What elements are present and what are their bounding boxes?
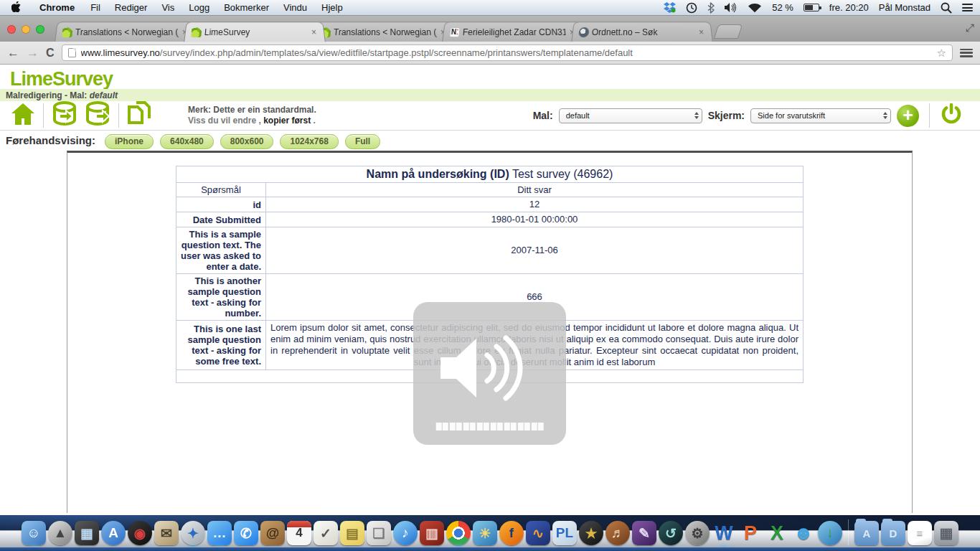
dock-dashboard-icon[interactable]: ◉ (128, 521, 152, 545)
volume-menu-icon[interactable] (725, 2, 738, 13)
dock-app-store-icon[interactable]: A (101, 521, 126, 545)
preview-button-1024x768[interactable]: 1024x768 (280, 134, 338, 149)
dock-folder-applications-icon[interactable]: A (854, 521, 879, 545)
tab-translations-norwegian-b[interactable]: Translations < Norwegian (B× (313, 22, 455, 42)
dock-firefox-icon[interactable]: f (499, 521, 524, 545)
lime-sprout-favicon-icon (191, 27, 202, 37)
dock-pixelmator-icon[interactable]: ✎ (632, 521, 656, 545)
dock-time-machine-icon[interactable]: ↺ (659, 521, 683, 545)
tab-limesurvey[interactable]: LimeSurvey× (184, 22, 326, 42)
export-template-icon[interactable] (84, 101, 111, 130)
dropbox-icon[interactable] (664, 2, 676, 13)
dock-mission-control-icon[interactable]: ▦ (75, 521, 99, 545)
dock-mail-icon[interactable]: ✉ (154, 521, 179, 545)
dock-messenger-icon[interactable]: ☻ (791, 521, 816, 545)
iphoto-glyph: ☀ (473, 521, 497, 545)
menubar-user[interactable]: Pål Monstad (879, 2, 930, 13)
dock-contacts-icon[interactable]: @ (260, 521, 285, 545)
dock-chrome-icon[interactable] (446, 521, 471, 545)
toolbar-divider (43, 103, 44, 128)
window-minimize-button[interactable] (22, 25, 30, 34)
chrome-menu-icon[interactable] (960, 49, 973, 57)
dock-garageband-icon[interactable]: ♬ (606, 521, 630, 545)
spotlight-icon[interactable] (941, 2, 952, 14)
running-indicator (720, 548, 727, 551)
preview-button-full[interactable]: Full (345, 134, 380, 149)
address-bar[interactable]: www.limesurvey.no/survey/index.php/admin… (62, 44, 953, 61)
preview-button-640x480[interactable]: 640x480 (160, 134, 214, 149)
dock-imovie-icon[interactable]: ★ (579, 521, 603, 545)
reload-button[interactable]: C (46, 47, 55, 60)
breadcrumb-prefix: Malredigering - Mal: (6, 90, 90, 100)
tab-translations-norwegian-n[interactable]: Translations < Norwegian (N× (55, 22, 197, 42)
launchpad-glyph: ▲ (48, 521, 72, 545)
dock-launchpad-icon[interactable]: ▲ (48, 521, 72, 545)
tab-ferieleilighet-zadar-cdn[interactable]: NFerieleilighet Zadar CDN311× (442, 22, 584, 42)
photo-booth-glyph: ▥ (420, 521, 444, 545)
dock-internet-download-icon[interactable]: ↓ (818, 521, 842, 545)
forward-button[interactable]: → (27, 46, 39, 60)
dock-trash-icon[interactable]: ▦ (934, 521, 958, 545)
fullscreen-icon[interactable]: ⤢ (966, 22, 974, 34)
import-template-icon[interactable] (51, 101, 78, 130)
tab-close-icon[interactable]: × (697, 27, 706, 37)
screen-select[interactable]: Side for svarutskrift (750, 108, 891, 123)
menu-bokmerker[interactable]: Bokmerker (217, 2, 276, 13)
menu-hjelp[interactable]: Hjelp (314, 2, 350, 13)
question-cell: This is another sample question text - a… (176, 274, 266, 321)
new-tab-button[interactable] (714, 24, 743, 39)
bookmark-star-icon[interactable]: ☆ (937, 47, 946, 60)
dock-pl-app-icon[interactable]: PL (552, 521, 577, 545)
logout-power-icon[interactable] (940, 103, 963, 128)
dock-messages-icon[interactable]: … (207, 521, 232, 545)
back-button[interactable]: ← (7, 46, 19, 60)
volume-segment (484, 423, 489, 430)
preview-button-800x600[interactable]: 800x600 (220, 134, 274, 149)
preview-button-iphone[interactable]: iPhone (105, 134, 154, 149)
survey-title-value: Test survey (46962) (509, 168, 613, 180)
menu-rediger[interactable]: Rediger (108, 2, 155, 13)
dock-word-icon[interactable]: W (712, 521, 736, 545)
dock-facetime-icon[interactable]: ✆ (234, 521, 258, 545)
dock-photos-icon[interactable]: ❏ (367, 521, 391, 545)
dock-itunes-icon[interactable]: ♪ (393, 521, 418, 545)
menu-vis[interactable]: Vis (154, 2, 182, 13)
url-path: /survey/index.php/admin/templates/sa/vie… (160, 47, 633, 58)
window-zoom-button[interactable] (36, 25, 44, 34)
template-select[interactable]: default (559, 108, 702, 123)
menu-logg[interactable]: Logg (182, 2, 217, 13)
wifi-icon[interactable] (748, 3, 762, 13)
stepper-arrows-icon (694, 112, 699, 119)
tab-close-icon[interactable]: × (309, 27, 319, 37)
dock-excel-icon[interactable]: X (765, 521, 789, 545)
bluetooth-icon[interactable] (707, 2, 715, 14)
menu-chrome[interactable]: Chrome (31, 2, 83, 13)
add-template-button[interactable]: + (897, 105, 919, 127)
copy-template-icon[interactable] (126, 101, 152, 130)
notes-glyph: ▤ (340, 521, 364, 545)
dock-reminders-icon[interactable]: ✓ (314, 521, 338, 545)
dock-calendar-icon[interactable]: 4 (287, 521, 311, 545)
tab-ordnett-no-s-k[interactable]: Ordnett.no – Søk× (571, 22, 713, 42)
menu-fil[interactable]: Fil (83, 2, 108, 13)
dock-powerpoint-icon[interactable]: P (738, 521, 763, 545)
window-close-button[interactable] (7, 25, 16, 34)
dock-iphoto-icon[interactable]: ☀ (473, 521, 497, 545)
dock-photo-booth-icon[interactable]: ▥ (420, 521, 444, 545)
timemachine-icon[interactable] (686, 2, 697, 14)
dock-system-preferences-icon[interactable]: ⚙ (685, 521, 710, 545)
menu-vindu[interactable]: Vindu (276, 2, 314, 13)
dock-audacity-icon[interactable]: ∿ (526, 521, 550, 545)
dock-safari-icon[interactable]: ✦ (181, 521, 205, 545)
notification-center-icon[interactable] (962, 4, 973, 11)
home-icon[interactable] (10, 102, 36, 129)
apple-icon[interactable] (11, 1, 21, 14)
folder-documents-glyph: D (881, 521, 905, 545)
itunes-glyph: ♪ (393, 521, 418, 545)
dock-folder-documents-icon[interactable]: D (881, 521, 905, 545)
battery-icon[interactable] (804, 4, 819, 11)
dock-notes-icon[interactable]: ▤ (340, 521, 364, 545)
dock-document-stack-icon[interactable]: ≡ (908, 521, 932, 545)
menubar-clock[interactable]: fre. 20:20 (829, 2, 869, 13)
dock-finder-icon[interactable]: ☺ (22, 521, 46, 545)
